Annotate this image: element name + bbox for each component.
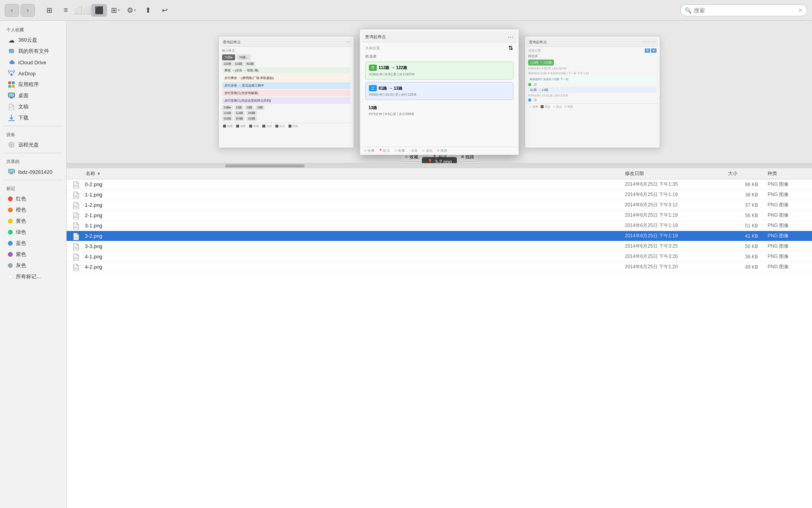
file-icon: PNG: [71, 210, 82, 221]
column-size-header[interactable]: 大小: [725, 170, 764, 177]
nav-back-button[interactable]: ‹: [5, 4, 19, 17]
sidebar-item-lbdz[interactable]: lbdz-09281420: [2, 166, 65, 177]
file-date: 2014年6月25日 下午1:20: [622, 264, 725, 270]
svg-text:PNG: PNG: [74, 236, 78, 239]
sidebar-item-airdrop[interactable]: AirDrop: [2, 68, 65, 79]
sidebar-item-360cloud[interactable]: ☁ 360云盘: [2, 35, 65, 46]
sidebar-item-all-tags[interactable]: 所有标记...: [2, 271, 65, 282]
sidebar-item-tag-orange[interactable]: 橙色: [2, 204, 65, 216]
sidebar-item-label: AirDrop: [18, 71, 36, 77]
table-row[interactable]: PNG 3-3.png 2014年6月25日 下午3:25 50 KB PNG …: [67, 241, 812, 252]
svg-rect-9: [10, 97, 13, 98]
column-type-header[interactable]: 种类: [764, 170, 812, 177]
sidebar-item-tag-red[interactable]: 红色: [2, 193, 65, 204]
file-name: 3-2.png: [82, 233, 622, 239]
tag-label: 黄色: [16, 217, 26, 225]
svg-rect-4: [12, 81, 15, 84]
table-row[interactable]: PNG 2-1.png 2014年6月25日 下午1:19 56 KB PNG …: [67, 210, 812, 221]
file-date: 2014年6月25日 下午1:35: [622, 181, 725, 188]
icloud-icon: [8, 59, 15, 66]
sidebar-item-tag-gray[interactable]: 灰色: [2, 260, 65, 271]
tag-gray-dot: [8, 263, 13, 268]
file-size: 41 KB: [725, 233, 764, 239]
file-size: 37 KB: [725, 202, 764, 208]
share-button[interactable]: ⬆: [140, 4, 156, 17]
table-row[interactable]: PNG 0-2.png 2014年6月25日 下午1:35 86 KB PNG …: [67, 179, 812, 190]
sidebar-item-label: 我的所有文件: [18, 48, 49, 55]
preview-center[interactable]: 查询起终点 ⋯ 当前位置 ⇅ 精选调: [360, 29, 519, 155]
svg-text:PNG: PNG: [74, 216, 78, 218]
devices-section-title: 设备: [0, 129, 66, 139]
column-name-header[interactable]: 名称 ▼: [67, 170, 622, 177]
file-date: 2014年6月25日 下午1:19: [622, 233, 725, 239]
preview-left[interactable]: 查询起终点⋯ 输入终点 79路▸ 79路... 122路 12: [218, 36, 354, 148]
personal-section-title: 个人收藏: [0, 24, 66, 35]
view-list-button[interactable]: ≡: [58, 4, 74, 17]
sidebar: 个人收藏 ☁ 360云盘 我的所有文件 iCloud Drive: [0, 21, 67, 508]
cloud-icon: ☁: [8, 37, 15, 44]
file-date: 2014年6月25日 下午1:19: [622, 191, 725, 198]
sidebar-item-tag-blue[interactable]: 蓝色: [2, 238, 65, 249]
view-gallery-button[interactable]: ⬛: [91, 4, 107, 17]
view-arrange-button[interactable]: ⊞ ▾: [108, 4, 123, 17]
sidebar-item-label: lbdz-09281420: [18, 169, 52, 175]
sidebar-item-label: 下载: [18, 114, 29, 121]
file-icon: PNG: [71, 231, 82, 241]
sidebar-item-downloads[interactable]: 下载: [2, 112, 65, 123]
tag-label: 紫色: [16, 251, 26, 258]
table-row[interactable]: PNG 4-1.png 2014年6月25日 下午3:26 36 KB PNG …: [67, 252, 812, 262]
search-clear-button[interactable]: ✕: [798, 7, 803, 13]
settings-arrow-icon: ▾: [134, 8, 136, 12]
svg-rect-1: [9, 49, 11, 50]
sidebar-item-documents[interactable]: 文稿: [2, 101, 65, 112]
desktop-icon: [8, 92, 15, 99]
sidebar-item-apps[interactable]: 应用程序: [2, 79, 65, 90]
sidebar-item-remote-disk[interactable]: 远程光盘: [2, 139, 65, 150]
sidebar-item-tag-green[interactable]: 绿色: [2, 227, 65, 238]
sidebar-item-all-files[interactable]: 我的所有文件: [2, 46, 65, 57]
view-icon-button[interactable]: ⊞: [41, 4, 57, 17]
file-name: 0-2.png: [82, 181, 622, 187]
column-size-label: 大小: [728, 171, 737, 176]
airdrop-icon: [8, 70, 15, 77]
tags-section-title: 标记: [0, 183, 66, 193]
table-row[interactable]: PNG 3-2.png 2014年6月25日 下午1:19 41 KB PNG …: [67, 231, 812, 241]
settings-button[interactable]: ⚙ ▾: [124, 4, 139, 17]
sidebar-item-desktop[interactable]: 桌面: [2, 90, 65, 101]
tag-label: 所有标记...: [16, 273, 41, 280]
file-size: 38 KB: [725, 192, 764, 198]
file-date: 2014年6月25日 下午3:25: [622, 243, 725, 250]
scroll-thumb[interactable]: [225, 164, 304, 167]
back-action-button[interactable]: ↩: [157, 4, 172, 17]
svg-rect-8: [9, 93, 14, 97]
file-name: 3-3.png: [82, 243, 622, 249]
table-row[interactable]: PNG 1-1.png 2014年6月25日 下午1:19 38 KB PNG …: [67, 190, 812, 200]
column-date-header[interactable]: 修改日期: [622, 170, 725, 177]
file-name: 2-1.png: [82, 212, 622, 218]
svg-text:PNG: PNG: [74, 185, 78, 187]
sidebar-item-label: 文稿: [18, 103, 29, 110]
tag-orange-dot: [8, 208, 13, 212]
nav-forward-button[interactable]: ›: [21, 4, 35, 17]
sort-arrow-icon: ▼: [97, 171, 101, 176]
file-size: 49 KB: [725, 264, 764, 270]
search-input[interactable]: [694, 7, 796, 13]
file-name: 4-2.png: [82, 264, 622, 270]
titlebar: ‹ › ⊞ ≡ ⬜⬜ ⬛ ⊞ ▾ ⚙ ▾ ⬆ ↩ 🔍 ✕: [0, 0, 812, 21]
file-type: PNG 图像: [764, 233, 812, 239]
file-name: 3-1.png: [82, 223, 622, 229]
sidebar-item-tag-yellow[interactable]: 黄色: [2, 216, 65, 227]
sidebar-item-tag-purple[interactable]: 紫色: [2, 249, 65, 260]
preview-right-content: 查询起终点 ⋯⋯⋯ 当前位置 ⊞ ★: [525, 37, 660, 148]
table-row[interactable]: PNG 3-1.png 2014年6月25日 下午1:19 51 KB PNG …: [67, 221, 812, 231]
table-row[interactable]: PNG 1-2.png 2014年6月25日 下午3:12 37 KB PNG …: [67, 200, 812, 210]
sidebar-item-icloud[interactable]: iCloud Drive: [2, 57, 65, 68]
preview-images-container: 查询起终点⋯ 输入终点 79路▸ 79路... 122路 12: [211, 21, 668, 163]
table-row[interactable]: PNG 4-2.png 2014年6月25日 下午1:20 49 KB PNG …: [67, 262, 812, 272]
empty-area: [67, 344, 812, 508]
horizontal-scrollbar[interactable]: [67, 164, 812, 168]
preview-right[interactable]: 查询起终点 ⋯⋯⋯ 当前位置 ⊞ ★: [525, 36, 660, 148]
view-column-button[interactable]: ⬜⬜: [75, 4, 90, 17]
file-date: 2014年6月25日 下午3:12: [622, 202, 725, 208]
svg-rect-6: [12, 85, 15, 88]
